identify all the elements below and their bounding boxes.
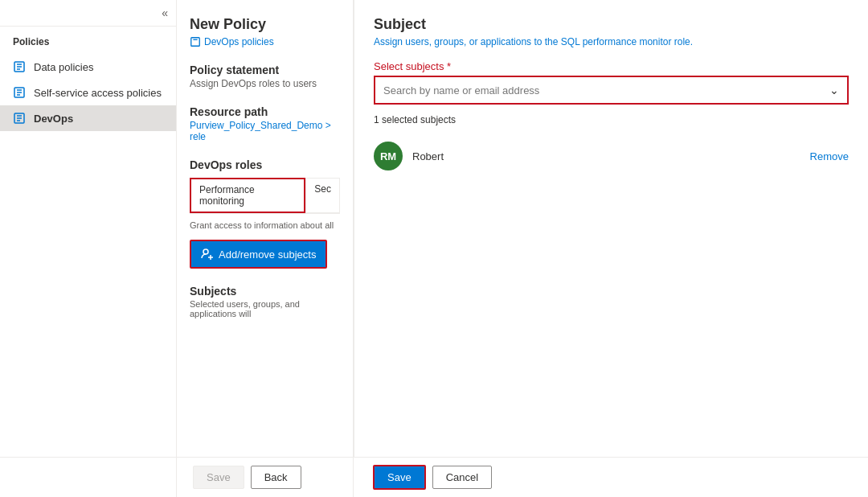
- footer-left: [0, 457, 177, 497]
- footer-save-button-right[interactable]: Save: [373, 465, 426, 490]
- sidebar-item-data-policies[interactable]: Data policies: [0, 54, 176, 80]
- avatar-initials: RM: [380, 150, 396, 162]
- tab-security[interactable]: Sec: [305, 178, 340, 213]
- resource-path-value: Purview_Policy_Shared_Demo > rele: [190, 120, 340, 142]
- sidebar: « Policies Data policies Self-service ac…: [0, 0, 177, 497]
- sidebar-item-self-service[interactable]: Self-service access policies: [0, 80, 176, 105]
- add-subjects-label: Add/remove subjects: [219, 249, 316, 261]
- subject-panel: Subject Assign users, groups, or applica…: [354, 0, 868, 497]
- subject-panel-title: Subject: [374, 16, 849, 33]
- breadcrumb-label: DevOps policies: [204, 36, 274, 47]
- subject-name: Robert: [412, 150, 800, 162]
- sidebar-item-devops-label: DevOps: [34, 113, 73, 125]
- remove-subject-button[interactable]: Remove: [810, 150, 849, 162]
- select-subjects-label: Select subjects *: [374, 60, 849, 72]
- roles-tabs: Performance monitoring Sec: [190, 178, 340, 214]
- subjects-section: Subjects Selected users, groups, and app…: [190, 285, 340, 318]
- footer-save-button-left[interactable]: Save: [193, 466, 244, 489]
- policy-panel: New Policy DevOps policies Policy statem…: [177, 0, 354, 497]
- resource-path-section: Resource path Purview_Policy_Shared_Demo…: [190, 105, 340, 142]
- sidebar-item-data-policies-label: Data policies: [34, 61, 93, 73]
- roles-description: Grant access to information about all: [190, 220, 340, 230]
- add-remove-subjects-button[interactable]: Add/remove subjects: [190, 240, 327, 269]
- footer-back-button[interactable]: Back: [251, 466, 301, 489]
- search-container: ⌄: [374, 76, 849, 105]
- devops-roles-section: DevOps roles Performance monitoring Sec …: [190, 158, 340, 269]
- main-area: New Policy DevOps policies Policy statem…: [177, 0, 868, 497]
- policy-statement-section: Policy statement Assign DevOps roles to …: [190, 64, 340, 89]
- footer: Save Back Save Cancel: [0, 457, 868, 497]
- policy-breadcrumb: DevOps policies: [190, 36, 340, 47]
- policy-header: New Policy DevOps policies: [190, 16, 340, 47]
- footer-cancel-button[interactable]: Cancel: [432, 466, 492, 489]
- chevron-down-icon[interactable]: ⌄: [821, 77, 847, 103]
- sidebar-item-devops[interactable]: DevOps: [0, 105, 176, 131]
- selected-count: 1 selected subjects: [374, 114, 849, 125]
- svg-point-14: [203, 249, 208, 254]
- subjects-section-description: Selected users, groups, and applications…: [190, 299, 340, 318]
- sidebar-header: Policies: [0, 27, 176, 54]
- subjects-section-title: Subjects: [190, 285, 340, 298]
- footer-policy-actions: Save Back: [177, 457, 354, 497]
- sidebar-collapse-area: «: [0, 0, 176, 27]
- sidebar-collapse-button[interactable]: «: [162, 6, 168, 19]
- add-subjects-icon: [201, 248, 214, 261]
- footer-subject-actions: Save Cancel: [354, 457, 868, 497]
- subject-item: RM Robert Remove: [374, 135, 849, 177]
- sidebar-item-self-service-label: Self-service access policies: [34, 87, 162, 99]
- devops-roles-title: DevOps roles: [190, 158, 340, 171]
- policy-statement-title: Policy statement: [190, 64, 340, 76]
- policy-title: New Policy: [190, 16, 340, 33]
- tab-performance-monitoring[interactable]: Performance monitoring: [190, 178, 305, 213]
- resource-path-title: Resource path: [190, 105, 340, 118]
- devops-icon: [13, 112, 26, 125]
- policy-statement-subtitle: Assign DevOps roles to users: [190, 78, 340, 89]
- search-input[interactable]: [375, 78, 821, 103]
- breadcrumb-icon: [190, 36, 201, 47]
- avatar: RM: [374, 142, 403, 170]
- data-policies-icon: [13, 60, 26, 73]
- svg-rect-12: [191, 38, 200, 47]
- subject-panel-subtitle: Assign users, groups, or applications to…: [374, 36, 849, 47]
- self-service-icon: [13, 86, 26, 99]
